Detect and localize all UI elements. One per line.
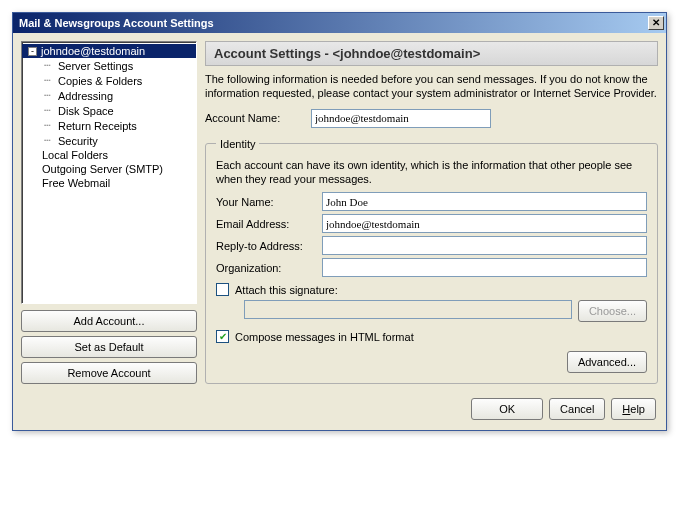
ok-button[interactable]: OK — [471, 398, 543, 420]
advanced-button[interactable]: Advanced... — [567, 351, 647, 373]
account-name-row: Account Name: — [205, 109, 658, 128]
add-account-button[interactable]: Add Account... — [21, 310, 197, 332]
cancel-button[interactable]: Cancel — [549, 398, 605, 420]
reply-to-label: Reply-to Address: — [216, 240, 316, 252]
attach-signature-checkbox[interactable] — [216, 283, 229, 296]
tree-item-disk-space[interactable]: ┄Disk Space — [22, 103, 196, 118]
signature-path-row: Choose... — [244, 300, 647, 322]
tree-item-label: Copies & Folders — [58, 75, 142, 87]
help-button[interactable]: Help — [611, 398, 656, 420]
your-name-input[interactable] — [322, 192, 647, 211]
compose-html-row: ✔ Compose messages in HTML format — [216, 330, 647, 343]
collapse-icon[interactable]: - — [28, 47, 37, 56]
tree-item-copies-folders[interactable]: ┄Copies & Folders — [22, 73, 196, 88]
intro-text: The following information is needed befo… — [205, 72, 658, 101]
organization-input[interactable] — [322, 258, 647, 277]
reply-row: Reply-to Address: — [216, 236, 647, 255]
tree-item-label: Addressing — [58, 90, 113, 102]
header-account: johndoe@testdomain — [340, 46, 473, 61]
titlebar[interactable]: Mail & Newsgroups Account Settings ✕ — [13, 13, 666, 33]
dialog-buttons: OK Cancel Help — [13, 392, 666, 430]
tree-item-local-folders[interactable]: Local Folders — [22, 148, 196, 162]
tree-item-label: Return Receipts — [58, 120, 137, 132]
identity-desc: Each account can have its own identity, … — [216, 158, 647, 187]
organization-label: Organization: — [216, 262, 316, 274]
account-settings-window: Mail & Newsgroups Account Settings ✕ - j… — [12, 12, 667, 431]
content-pane: Account Settings - <johndoe@testdomain> … — [205, 41, 658, 384]
account-tree[interactable]: - johndoe@testdomain ┄Server Settings ┄C… — [21, 41, 197, 304]
tree-item-security[interactable]: ┄Security — [22, 133, 196, 148]
tree-item-account[interactable]: - johndoe@testdomain — [22, 44, 196, 58]
client-area: - johndoe@testdomain ┄Server Settings ┄C… — [13, 33, 666, 392]
help-rest: elp — [630, 403, 645, 415]
tree-item-label: johndoe@testdomain — [41, 45, 145, 57]
tree-item-label: Outgoing Server (SMTP) — [42, 163, 163, 175]
identity-legend: Identity — [216, 138, 259, 150]
tree-item-label: Server Settings — [58, 60, 133, 72]
close-icon[interactable]: ✕ — [648, 16, 664, 30]
email-input[interactable] — [322, 214, 647, 233]
org-row: Organization: — [216, 258, 647, 277]
tree-item-free-webmail[interactable]: Free Webmail — [22, 176, 196, 190]
account-name-input[interactable] — [311, 109, 491, 128]
sidebar-buttons: Add Account... Set as Default Remove Acc… — [21, 310, 197, 384]
header-suffix: > — [473, 46, 481, 61]
tree-item-addressing[interactable]: ┄Addressing — [22, 88, 196, 103]
email-label: Email Address: — [216, 218, 316, 230]
tree-item-label: Security — [58, 135, 98, 147]
tree-item-label: Free Webmail — [42, 177, 110, 189]
reply-to-input[interactable] — [322, 236, 647, 255]
tree-item-server-settings[interactable]: ┄Server Settings — [22, 58, 196, 73]
identity-group: Identity Each account can have its own i… — [205, 138, 658, 385]
set-default-button[interactable]: Set as Default — [21, 336, 197, 358]
email-row: Email Address: — [216, 214, 647, 233]
advanced-row: Advanced... — [216, 351, 647, 373]
tree-item-label: Disk Space — [58, 105, 114, 117]
sidebar: - johndoe@testdomain ┄Server Settings ┄C… — [21, 41, 197, 384]
compose-html-label: Compose messages in HTML format — [235, 331, 414, 343]
tree-item-return-receipts[interactable]: ┄Return Receipts — [22, 118, 196, 133]
signature-path-input — [244, 300, 572, 319]
attach-signature-label: Attach this signature: — [235, 284, 338, 296]
compose-html-checkbox[interactable]: ✔ — [216, 330, 229, 343]
window-title: Mail & Newsgroups Account Settings — [19, 17, 214, 29]
header-prefix: Account Settings - < — [214, 46, 340, 61]
your-name-label: Your Name: — [216, 196, 316, 208]
remove-account-button[interactable]: Remove Account — [21, 362, 197, 384]
your-name-row: Your Name: — [216, 192, 647, 211]
tree-item-label: Local Folders — [42, 149, 108, 161]
tree-item-smtp[interactable]: Outgoing Server (SMTP) — [22, 162, 196, 176]
account-name-label: Account Name: — [205, 112, 305, 124]
attach-signature-row: Attach this signature: — [216, 283, 647, 296]
choose-signature-button: Choose... — [578, 300, 647, 322]
content-header: Account Settings - <johndoe@testdomain> — [205, 41, 658, 66]
